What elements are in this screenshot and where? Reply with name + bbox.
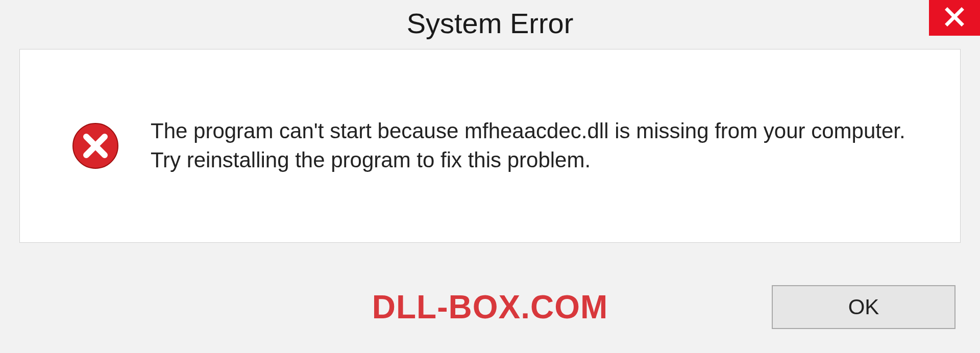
close-icon	[944, 7, 965, 29]
error-dialog: System Error The program can't start bec…	[0, 0, 980, 353]
dialog-footer: DLL-BOX.COM OK	[0, 282, 980, 333]
ok-button-label: OK	[848, 295, 879, 319]
content-panel: The program can't start because mfheaacd…	[19, 49, 961, 243]
ok-button[interactable]: OK	[772, 285, 955, 329]
error-message: The program can't start because mfheaacd…	[151, 117, 924, 174]
close-button[interactable]	[929, 0, 980, 36]
watermark-text: DLL-BOX.COM	[372, 288, 608, 326]
dialog-title: System Error	[407, 7, 574, 40]
error-icon	[71, 121, 120, 170]
title-bar: System Error	[0, 0, 980, 46]
